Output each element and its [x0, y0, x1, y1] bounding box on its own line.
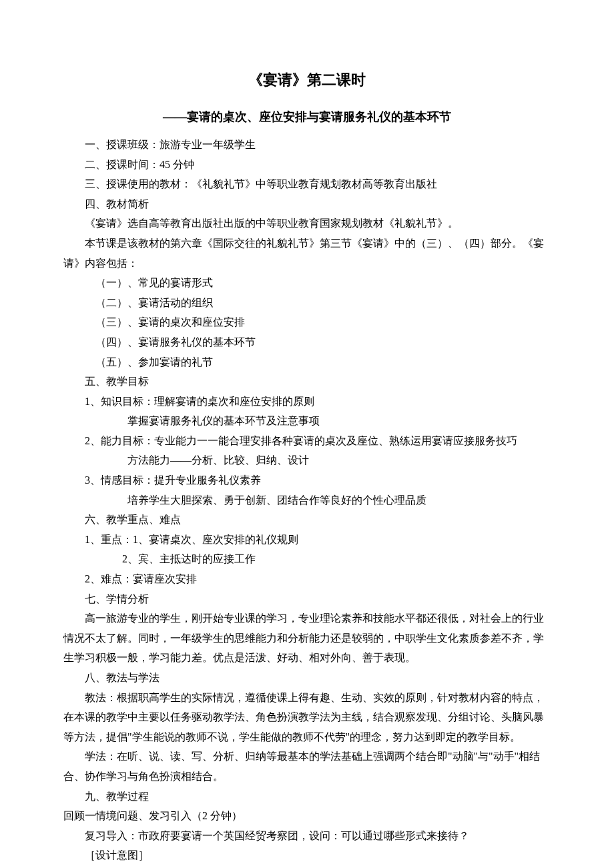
- body-text: 八、教法与学法: [63, 668, 551, 688]
- body-text: 方法能力——分析、比较、归纳、设计: [63, 450, 551, 470]
- body-text: 一、授课班级：旅游专业一年级学生: [63, 135, 551, 155]
- body-text: 2、难点：宴请座次安排: [63, 569, 551, 589]
- page-subtitle: ——宴请的桌次、座位安排与宴请服务礼仪的基本环节: [63, 106, 551, 128]
- body-text: 二、授课时间：45 分钟: [63, 155, 551, 175]
- body-text: 四、教材简析: [63, 194, 551, 214]
- body-text: 九、教学过程: [63, 787, 551, 807]
- body-text: （一）、常见的宴请形式: [63, 273, 551, 293]
- body-text: 掌握宴请服务礼仪的基本环节及注意事项: [63, 411, 551, 431]
- body-text: 3、情感目标：提升专业服务礼仪素养: [63, 470, 551, 490]
- body-text: 五、教学目标: [63, 372, 551, 392]
- body-text: 三、授课使用的教材：《礼貌礼节》中等职业教育规划教材高等教育出版社: [63, 174, 551, 194]
- body-text: （二）、宴请活动的组织: [63, 293, 551, 313]
- body-text: 1、重点：1、宴请桌次、座次安排的礼仪规则: [63, 530, 551, 550]
- page-title: 《宴请》第二课时: [63, 67, 551, 94]
- body-text: ［设计意图］: [63, 845, 551, 865]
- body-text: 教法：根据职高学生的实际情况，遵循使课上得有趣、生动、实效的原则，针对教材内容的…: [63, 688, 551, 747]
- body-text: 2、宾、主抵达时的应接工作: [63, 549, 551, 569]
- body-text: 《宴请》选自高等教育出版社出版的中等职业教育国家规划教材《礼貌礼节》。: [63, 213, 551, 234]
- body-text: 本节课是该教材的第六章《国际交往的礼貌礼节》第三节《宴请》中的（三）、（四）部分…: [63, 234, 551, 273]
- body-text: （四）、宴请服务礼仪的基本环节: [63, 332, 551, 352]
- body-text: （三）、宴请的桌次和座位安排: [63, 312, 551, 332]
- body-text: 回顾一情境问题、发习引入（2 分钟）: [63, 806, 551, 826]
- body-text: 学法：在听、说、读、写、分析、归纳等最基本的学法基础上强调两个结合即"动脑"与"…: [63, 747, 551, 786]
- body-text: 七、学情分析: [63, 589, 551, 609]
- body-text: 培养学生大胆探索、勇于创新、团结合作等良好的个性心理品质: [63, 490, 551, 510]
- body-text: 1、知识目标：理解宴请的桌次和座位安排的原则: [63, 392, 551, 412]
- body-text: 高一旅游专业的学生，刚开始专业课的学习，专业理论素养和技能水平都还很低，对社会上…: [63, 608, 551, 668]
- body-text: 复习导入：市政府要宴请一个英国经贸考察团，设问：可以通过哪些形式来接待？: [63, 826, 551, 846]
- body-text: 六、教学重点、难点: [63, 510, 551, 530]
- body-text: （五）、参加宴请的礼节: [63, 352, 551, 372]
- body-text: 通过设置情景提问，一来复习上节课的重要知识点一一常见的宴请形式，二来顺势引出新课…: [63, 865, 551, 868]
- body-text: 2、能力目标：专业能力一一能合理安排各种宴请的桌次及座位、熟练运用宴请应接服务技…: [63, 431, 551, 451]
